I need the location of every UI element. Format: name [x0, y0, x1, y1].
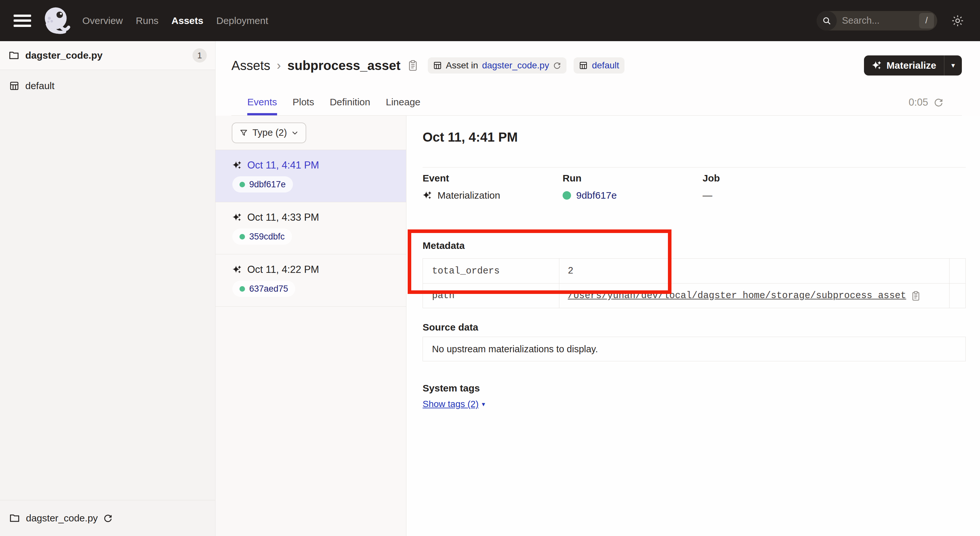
system-tags-section-title: System tags: [423, 383, 966, 394]
source-data-empty-message: No upstream materializations to display.: [432, 344, 598, 355]
job-value: —: [703, 190, 712, 201]
badge-code-location-link[interactable]: dagster_code.py: [482, 60, 549, 71]
metadata-path-link[interactable]: /Users/yuhan/dev/local/dagster_home/stor…: [568, 290, 906, 301]
show-tags-label: Show tags (2): [423, 399, 479, 409]
badge-asset-prefix: Asset in: [446, 60, 478, 71]
folder-icon: [9, 513, 20, 524]
breadcrumb-separator: ›: [277, 59, 281, 73]
nav-item-runs[interactable]: Runs: [136, 15, 159, 26]
copy-asset-name-icon[interactable]: [408, 60, 418, 71]
event-timestamp: Oct 11, 4:22 PM: [247, 264, 319, 275]
filter-funnel-icon: [240, 129, 248, 137]
tab-lineage[interactable]: Lineage: [386, 97, 421, 115]
nav-item-overview[interactable]: Overview: [82, 15, 123, 26]
reload-code-location-icon[interactable]: [103, 513, 113, 523]
event-list-item[interactable]: Oct 11, 4:41 PM 9dbf617e: [215, 150, 406, 202]
run-label: Run: [563, 173, 703, 184]
dagster-logo-icon[interactable]: [41, 5, 73, 37]
sidebar-item-group-default[interactable]: default: [0, 80, 215, 91]
search-shortcut-key: /: [919, 13, 934, 29]
event-detail-heading: Oct 11, 4:41 PM: [423, 130, 966, 145]
job-label: Job: [703, 173, 966, 184]
materialize-label: Materialize: [887, 60, 936, 71]
run-id-link[interactable]: 9dbf617e: [576, 190, 617, 201]
copy-path-icon[interactable]: [911, 291, 920, 301]
events-list-panel: Type (2) Oct 11, 4:41 PM: [215, 116, 406, 536]
asset-group-icon: [9, 81, 19, 91]
folder-icon: [8, 50, 19, 61]
nav-item-deployment[interactable]: Deployment: [216, 15, 268, 26]
search-box[interactable]: /: [817, 11, 937, 30]
show-tags-toggle[interactable]: Show tags (2) ▾: [423, 399, 485, 409]
materialize-split-button: Materialize ▾: [864, 56, 962, 75]
run-id-pill[interactable]: 9dbf617e: [232, 176, 293, 192]
asset-count-badge: 1: [192, 48, 207, 62]
asset-groups-sidebar: dagster_code.py 1 default dagster_code.p…: [0, 41, 215, 536]
code-location-label: dagster_code.py: [25, 50, 102, 61]
run-id: 359cdbfc: [249, 232, 285, 242]
table-row: path /Users/yuhan/dev/local/dagster_home…: [423, 283, 966, 308]
materialize-button[interactable]: Materialize: [864, 56, 944, 75]
event-timestamp: Oct 11, 4:33 PM: [247, 212, 319, 223]
badge-group-link[interactable]: default: [592, 60, 619, 71]
table-row: total_orders 2: [423, 259, 966, 283]
run-success-dot: [240, 286, 245, 292]
event-list-item[interactable]: Oct 11, 4:33 PM 359cdbfc: [215, 202, 406, 254]
source-data-section-title: Source data: [423, 322, 966, 333]
metadata-actions-cell: [949, 283, 966, 308]
event-timestamp: Oct 11, 4:41 PM: [247, 159, 319, 171]
metadata-table: total_orders 2 path /Users/yuhan/dev/loc…: [423, 258, 966, 308]
breadcrumb-assets-link[interactable]: Assets: [231, 58, 270, 73]
event-list-item[interactable]: Oct 11, 4:22 PM 637aed75: [215, 254, 406, 307]
badge-group-default[interactable]: default: [574, 57, 624, 73]
metadata-key: total_orders: [423, 259, 559, 283]
refresh-icon[interactable]: [933, 97, 944, 108]
materialization-sparkle-icon: [232, 265, 242, 275]
event-details-panel: Oct 11, 4:41 PM Event Materialization: [406, 116, 980, 536]
materialize-sparkle-icon: [872, 60, 882, 71]
hamburger-menu-icon[interactable]: [14, 14, 31, 27]
event-type-value: Materialization: [438, 190, 500, 201]
materialization-sparkle-icon: [423, 191, 432, 200]
footer-code-location-label: dagster_code.py: [26, 513, 98, 524]
badge-reload-icon[interactable]: [553, 61, 561, 70]
source-data-empty-box: No upstream materializations to display.: [423, 337, 966, 361]
run-success-dot: [563, 191, 571, 200]
run-id-pill[interactable]: 637aed75: [232, 281, 295, 297]
run-id-pill[interactable]: 359cdbfc: [232, 229, 292, 245]
sidebar-footer-code-location: dagster_code.py: [0, 500, 215, 536]
tab-definition[interactable]: Definition: [329, 97, 370, 115]
asset-group-icon: [579, 61, 588, 70]
run-id: 9dbf617e: [249, 180, 286, 189]
settings-gear-icon[interactable]: [951, 14, 964, 27]
search-input[interactable]: [842, 15, 904, 26]
metadata-section-title: Metadata: [423, 240, 966, 251]
type-filter-label: Type (2): [253, 127, 287, 138]
tab-plots[interactable]: Plots: [293, 97, 314, 115]
chevron-down-icon: [291, 129, 299, 137]
type-filter-button[interactable]: Type (2): [232, 122, 306, 143]
event-label: Event: [423, 173, 563, 184]
tab-events[interactable]: Events: [247, 97, 277, 115]
badge-asset-in-code-location[interactable]: Asset in dagster_code.py: [428, 57, 567, 73]
nav-item-assets[interactable]: Assets: [172, 15, 203, 26]
materialization-sparkle-icon: [232, 213, 242, 222]
run-success-dot: [240, 234, 245, 240]
top-nav: Overview Runs Assets Deployment /: [0, 0, 980, 41]
asset-group-icon: [433, 61, 442, 70]
asset-page-header: Assets › subprocess_asset: [215, 41, 980, 116]
materialization-sparkle-icon: [232, 161, 242, 170]
page-title-asset-name: subprocess_asset: [288, 58, 401, 73]
materialize-dropdown-caret[interactable]: ▾: [944, 56, 962, 75]
metadata-actions-cell: [949, 259, 966, 283]
group-label: default: [25, 80, 54, 91]
caret-down-icon: ▾: [482, 400, 485, 408]
sidebar-item-code-location[interactable]: dagster_code.py 1: [0, 41, 215, 70]
run-success-dot: [240, 182, 245, 187]
refresh-elapsed-time: 0:05: [909, 97, 928, 108]
search-icon: [817, 11, 837, 30]
run-id: 637aed75: [249, 284, 288, 294]
nav-links: Overview Runs Assets Deployment: [82, 15, 268, 26]
asset-tabs: Events Plots Definition Lineage 0:05: [231, 85, 962, 116]
metadata-key: path: [423, 283, 559, 308]
